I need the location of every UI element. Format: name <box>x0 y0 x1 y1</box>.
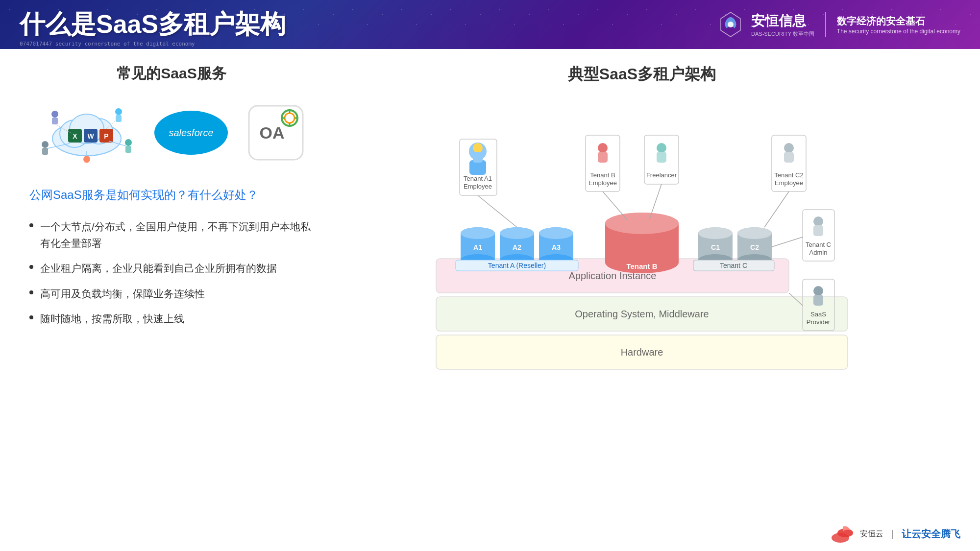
svg-line-106 <box>772 237 803 247</box>
svg-text:Tenant C: Tenant C <box>720 262 747 269</box>
svg-text:Tenant B: Tenant B <box>626 262 657 270</box>
page-title: 什么是SaaS多租户架构 <box>20 7 286 42</box>
svg-point-22 <box>115 108 122 115</box>
architecture-diagram: Hardware Operating System, Middleware Ap… <box>333 95 951 379</box>
svg-text:Tenant A1: Tenant A1 <box>464 175 492 182</box>
svg-rect-19 <box>84 163 90 163</box>
svg-point-84 <box>598 143 608 153</box>
svg-text:P: P <box>104 132 108 140</box>
list-item: 高可用及负载均衡，保障业务连续性 <box>29 286 314 302</box>
logo-text: 安恒信息 DAS-SECURITY 数至中国 <box>751 12 814 38</box>
logo-slogan-cn: 数字经济的安全基石 <box>837 15 960 28</box>
svg-point-95 <box>784 143 794 153</box>
svg-point-72 <box>737 227 772 239</box>
svg-line-83 <box>478 195 517 227</box>
bullet-list: 一个大节点/分布式，全国用户使用，不再下沉到用户本地私有化全量部署 企业租户隔离… <box>29 218 314 327</box>
svg-text:Tenant A (Reseller): Tenant A (Reseller) <box>488 262 546 269</box>
svg-text:C2: C2 <box>750 243 759 251</box>
brand-logo-icon <box>716 10 745 39</box>
svg-point-90 <box>657 143 666 153</box>
main-content: 常见的SaaS服务 X W P <box>0 49 980 522</box>
list-item: 企业租户隔离，企业只能看到自己企业所拥有的数据 <box>29 260 314 277</box>
logo-sub-brand: DAS-SECURITY 数至中国 <box>751 30 814 38</box>
salesforce-svg: salesforce <box>152 108 230 157</box>
bullet-text-1: 一个大节点/分布式，全国用户使用，不再下沉到用户本地私有化全量部署 <box>40 218 314 251</box>
svg-text:Employee: Employee <box>464 183 492 190</box>
svg-point-67 <box>698 227 733 239</box>
svg-rect-15 <box>42 148 48 155</box>
svg-rect-108 <box>813 295 823 306</box>
svg-rect-85 <box>598 152 608 163</box>
svg-rect-102 <box>813 225 823 236</box>
svg-text:OA: OA <box>260 123 285 142</box>
logo-divider <box>825 12 826 37</box>
svg-text:A3: A3 <box>552 243 561 251</box>
right-panel: 典型SaaS多租户架构 Hardware Operating System, M… <box>333 64 951 507</box>
footer-logo-icon <box>831 524 855 544</box>
bullet-text-2: 企业租户隔离，企业只能看到自己企业所拥有的数据 <box>40 260 277 277</box>
right-section-title: 典型SaaS多租户架构 <box>333 64 951 85</box>
oa-logo: OA <box>246 103 305 164</box>
footer-slogan: 让云安全腾飞 <box>902 527 960 541</box>
svg-line-100 <box>764 192 789 227</box>
list-item: 随时随地，按需所取，快速上线 <box>29 311 314 327</box>
question-text: 公网SaaS服务是如何实现的？有什么好处？ <box>29 186 314 204</box>
cloud-apps-illustration: X W P <box>38 104 136 163</box>
svg-text:Operating System, Middleware: Operating System, Middleware <box>575 309 709 319</box>
bullet-dot <box>29 265 33 269</box>
header: 什么是SaaS多租户架构 0747017447 security corners… <box>0 0 980 49</box>
svg-point-18 <box>83 156 90 163</box>
svg-text:SaaS: SaaS <box>810 311 826 318</box>
svg-point-107 <box>813 286 823 296</box>
bullet-dot <box>29 315 33 319</box>
list-item: 一个大节点/分布式，全国用户使用，不再下沉到用户本地私有化全量部署 <box>29 218 314 251</box>
svg-point-62 <box>605 213 679 234</box>
svg-point-101 <box>813 216 823 226</box>
bullet-text-3: 高可用及负载均衡，保障业务连续性 <box>40 286 205 302</box>
svg-text:C1: C1 <box>711 243 720 251</box>
svg-line-89 <box>603 192 627 220</box>
svg-text:X: X <box>73 132 77 140</box>
svg-text:Freelancer: Freelancer <box>646 171 677 179</box>
svg-rect-79 <box>473 152 483 163</box>
svg-point-78 <box>473 143 483 153</box>
svg-rect-21 <box>52 118 58 124</box>
svg-rect-91 <box>657 152 666 163</box>
logo-slogan: 数字经济的安全基石 The security cornerstone of th… <box>837 15 960 35</box>
svg-point-45 <box>461 227 495 239</box>
svg-text:A2: A2 <box>513 243 521 251</box>
svg-point-50 <box>500 227 534 239</box>
svg-point-14 <box>42 141 49 148</box>
svg-text:Tenant C: Tenant C <box>806 241 831 248</box>
svg-point-16 <box>125 139 132 146</box>
svg-rect-17 <box>125 146 131 153</box>
footer-sep: | <box>891 528 894 540</box>
svg-point-55 <box>539 227 573 239</box>
svg-rect-23 <box>116 115 122 122</box>
salesforce-logo: salesforce <box>152 108 230 159</box>
svg-point-20 <box>51 111 58 118</box>
svg-text:Provider: Provider <box>807 318 831 326</box>
svg-text:Tenant B: Tenant B <box>590 171 615 179</box>
cloud-svg: X W P <box>38 104 136 163</box>
left-section-title: 常见的SaaS服务 <box>29 64 314 84</box>
svg-text:Employee: Employee <box>775 179 803 187</box>
bullet-dot <box>29 290 33 294</box>
svg-text:Hardware: Hardware <box>621 347 663 358</box>
svg-text:W: W <box>87 132 94 140</box>
footer: 安恒云 | 让云安全腾飞 <box>831 524 960 544</box>
oa-svg: OA <box>246 103 305 162</box>
svg-text:Admin: Admin <box>809 249 828 256</box>
footer-brand: 安恒云 <box>860 529 883 539</box>
svg-text:salesforce: salesforce <box>169 127 213 138</box>
logo-brand: 安恒信息 <box>751 12 806 30</box>
left-panel: 常见的SaaS服务 X W P <box>29 64 314 507</box>
logo-slogan-en: The security cornerstone of the digital … <box>837 28 960 35</box>
saas-logos-row: X W P <box>29 98 314 169</box>
svg-rect-96 <box>784 152 794 163</box>
bullet-dot <box>29 223 33 227</box>
svg-text:A1: A1 <box>473 243 482 251</box>
svg-text:Tenant C2: Tenant C2 <box>774 171 803 179</box>
bullet-text-4: 随时随地，按需所取，快速上线 <box>40 311 184 327</box>
svg-point-0 <box>728 22 734 27</box>
